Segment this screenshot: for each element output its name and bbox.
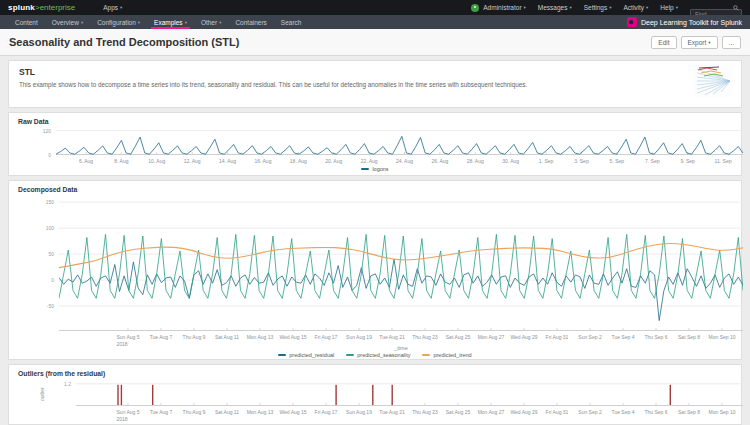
- legend-item-predicted_trend[interactable]: predicted_trend: [422, 352, 471, 358]
- caret-down-icon: ▾: [569, 5, 571, 10]
- nav-item-overview[interactable]: Overview▾: [45, 15, 90, 29]
- menu-settings[interactable]: Settings▾: [584, 4, 612, 11]
- edit-button-label: Edit: [658, 39, 669, 46]
- x-axis-tick-label: Thu Aug 9: [183, 409, 206, 416]
- app-nav-items: ContentOverview▾Configuration▾Examples▾O…: [8, 15, 308, 29]
- x-axis-year-label: 2018: [116, 416, 139, 423]
- outliers-chart[interactable]: [76, 382, 743, 406]
- outliers-x-axis: Sun Aug 52018Tue Aug 7Thu Aug 9Sat Aug 1…: [76, 409, 743, 423]
- apps-menu[interactable]: Apps ▾: [103, 4, 122, 11]
- x-axis-tick-label: 30. Aug: [502, 158, 519, 165]
- more-actions-button[interactable]: ...: [722, 36, 741, 49]
- menu-item-label: Overview: [52, 19, 79, 26]
- x-axis-tick-label: Thu Aug 23: [412, 334, 438, 341]
- menu-messages[interactable]: Messages▾: [538, 4, 572, 11]
- x-axis-tick-label: 24. Aug: [396, 158, 413, 165]
- y-axis-tick-label: 1.2: [9, 381, 71, 387]
- menu-administrator[interactable]: Administrator▾: [483, 4, 526, 11]
- page-header: Seasonality and Trend Decomposition (STL…: [0, 29, 750, 56]
- x-axis-tick-label: 1. Sep: [539, 158, 553, 165]
- outliers-title: Outliers (from the residual): [18, 370, 741, 377]
- topbar-user-area: Administrator▾Messages▾Settings▾Activity…: [471, 2, 742, 13]
- x-axis-tick-label: 5. Sep: [610, 158, 624, 165]
- edit-button[interactable]: Edit: [651, 36, 676, 49]
- menu-item-label: Other: [201, 19, 217, 26]
- app-identity[interactable]: Deep Learning Toolkit for Splunk: [627, 15, 742, 29]
- export-button[interactable]: Export▾: [681, 36, 718, 49]
- x-axis-tick-label: 14. Aug: [219, 158, 236, 165]
- x-axis-tick-label: Mon Aug 13: [247, 409, 274, 416]
- x-axis-tick-label: 8. Aug: [114, 158, 128, 165]
- legend-item-predicted_seasonality[interactable]: predicted_seasonality: [346, 352, 410, 358]
- search-icon[interactable]: [733, 5, 739, 11]
- raw-data-title: Raw Data: [18, 118, 741, 125]
- nav-item-containers[interactable]: Containers: [228, 15, 273, 29]
- legend-item-predicted_residual[interactable]: predicted_residual: [278, 352, 334, 358]
- x-axis-tick-label: Tue Aug 7: [150, 334, 173, 341]
- caret-down-icon: ▾: [646, 5, 648, 10]
- menu-item-label: Search: [281, 19, 302, 26]
- caret-down-icon: ▾: [524, 5, 526, 10]
- x-axis-tick-label: Sat Aug 25: [446, 334, 470, 341]
- x-axis-tick-label: Fri Aug 31: [546, 409, 569, 416]
- menu-item-label: Help: [660, 4, 673, 11]
- x-axis-tick-label: 22. Aug: [361, 158, 378, 165]
- y-axis-tick-label: 50: [9, 251, 54, 257]
- caret-down-icon: ▾: [120, 5, 122, 10]
- caret-down-icon: ▾: [676, 5, 678, 10]
- y-axis-tick-label: 120: [9, 128, 51, 134]
- menu-activity[interactable]: Activity▾: [624, 4, 649, 11]
- menu-item-label: Messages: [538, 4, 568, 11]
- menu-help[interactable]: Help▾: [660, 4, 678, 11]
- x-axis-tick-label: Wed Aug 29: [510, 409, 537, 416]
- x-axis-tick-label: 16. Aug: [254, 158, 271, 165]
- menu-item-label: Containers: [235, 19, 266, 26]
- x-axis-tick-label: 6. Aug: [79, 158, 93, 165]
- stl-intro-panel: STL This example shows how to decompose …: [8, 60, 742, 108]
- y-axis-tick-label: 100: [9, 225, 54, 231]
- time-axis-title: _time: [59, 345, 743, 351]
- raw-data-chart[interactable]: [56, 129, 743, 155]
- x-axis-tick-label: Fri Aug 31: [546, 334, 569, 341]
- x-axis-tick-label: Thu Aug 9: [183, 334, 206, 341]
- splunk-logo[interactable]: splunk>enterprise: [8, 3, 75, 12]
- dltk-app-icon: [627, 17, 637, 27]
- x-axis-tick-label: Sun Aug 19: [346, 334, 372, 341]
- x-axis-tick-label: 10. Aug: [148, 158, 165, 165]
- caret-down-icon: ▾: [185, 20, 187, 25]
- menu-item-label: Administrator: [483, 4, 521, 11]
- x-axis-tick-label: Thu Sep 6: [644, 409, 667, 416]
- x-axis-tick-label: Sat Aug 25: [446, 409, 470, 416]
- y-axis-tick-label: 0: [9, 152, 51, 158]
- decomposed-data-title: Decomposed Data: [18, 186, 741, 193]
- x-axis-tick-label: Mon Sep 10: [709, 409, 736, 416]
- decomposed-chart[interactable]: [59, 197, 743, 331]
- nav-item-content[interactable]: Content: [8, 15, 45, 29]
- legend-label: predicted_trend: [433, 352, 471, 358]
- menu-item-label: Settings: [584, 4, 608, 11]
- x-axis-tick-label: Thu Aug 23: [412, 409, 438, 416]
- x-axis-tick-label: 26. Aug: [431, 158, 448, 165]
- menu-item-label: Activity: [624, 4, 645, 11]
- stl-thumbnail-graphic: [693, 65, 733, 97]
- stl-description: This example shows how to decompose a ti…: [19, 81, 649, 90]
- x-axis-tick-label: 18. Aug: [290, 158, 307, 165]
- nav-item-configuration[interactable]: Configuration▾: [90, 15, 147, 29]
- legend-label: predicted_residual: [289, 352, 334, 358]
- menu-item-label: Content: [15, 19, 38, 26]
- outliers-panel: Outliers (from the residual) outlier 1.2…: [8, 364, 742, 425]
- x-axis-tick-label: 12. Aug: [184, 158, 201, 165]
- caret-down-icon: ▾: [81, 20, 83, 25]
- raw-data-panel: Raw Data 1200 6. Aug8. Aug10. Aug12. Aug…: [8, 112, 742, 176]
- x-axis-tick-label: Tue Sep 4: [612, 334, 635, 341]
- legend-swatch: [346, 354, 354, 356]
- nav-item-search[interactable]: Search: [274, 15, 309, 29]
- decomposed-y-axis: 150100500-50: [9, 197, 54, 331]
- nav-item-other[interactable]: Other▾: [194, 15, 229, 29]
- x-axis-tick-label: Mon Aug 27: [478, 334, 505, 341]
- caret-down-icon: ▾: [219, 20, 221, 25]
- nav-item-examples[interactable]: Examples▾: [147, 15, 194, 29]
- x-axis-tick-label: Tue Aug 21: [379, 334, 404, 341]
- caret-down-icon: ▾: [609, 5, 611, 10]
- legend-item-logons[interactable]: logons: [361, 166, 388, 172]
